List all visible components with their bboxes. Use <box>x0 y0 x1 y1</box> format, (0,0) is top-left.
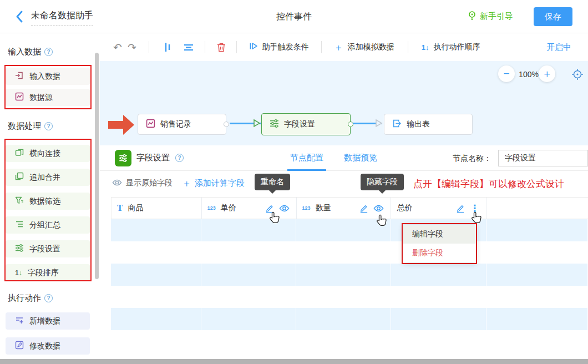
trigger-play-icon <box>249 42 258 53</box>
horizontal-join-icon <box>15 148 24 159</box>
action-order-button[interactable]: 1↓ 执行动作顺序 <box>422 42 480 52</box>
undo-icon[interactable]: ↶ <box>113 42 122 53</box>
modify-data-icon <box>15 341 24 351</box>
edit-field-icon[interactable] <box>455 204 465 213</box>
section-title-data-process: 数据处理 ? <box>8 121 53 132</box>
node-name-input[interactable] <box>498 150 588 166</box>
lightbulb-icon <box>468 11 477 22</box>
delete-icon[interactable] <box>216 42 226 53</box>
plus-icon: ＋ <box>182 177 191 190</box>
node-name-label: 节点名称： <box>453 154 491 164</box>
section-title-input-data: 输入数据 ? <box>8 47 53 57</box>
output-table-icon <box>392 119 402 130</box>
input-port-triangle <box>253 119 261 128</box>
hide-field-icon[interactable] <box>373 204 384 213</box>
menu-item-delete-field[interactable]: 删除字段 <box>403 244 476 262</box>
help-icon[interactable]: ? <box>175 154 184 162</box>
beginner-guide-button[interactable]: 新手引导 <box>468 11 513 22</box>
plus-icon: ＋ <box>334 41 343 54</box>
show-original-fields-toggle[interactable]: 显示原始字段 <box>112 178 173 188</box>
tab-data-preview[interactable]: 数据预览 <box>344 153 377 163</box>
sort-order-icon: 1↓ <box>422 43 429 52</box>
column-header-empty <box>486 198 588 219</box>
flow-canvas[interactable]: − 100% ＋ 销售记录 字段设置 <box>100 61 588 145</box>
sidebar-item-horizontal-join[interactable]: 横向连接 <box>6 145 90 162</box>
column-header-unit-price: 123 单价 <box>202 198 297 219</box>
node-field-settings[interactable]: 字段设置 <box>261 113 351 135</box>
field-table: T 商品 123 单价 123 数量 <box>111 197 588 330</box>
help-icon[interactable]: ? <box>44 294 53 302</box>
sliders-icon <box>270 119 279 130</box>
tab-node-config[interactable]: 节点配置 <box>290 153 323 163</box>
panel-title: 字段设置 <box>136 153 170 163</box>
zoom-in-button[interactable]: ＋ <box>539 65 555 82</box>
section-title-actions: 执行动作 ? <box>8 293 53 304</box>
top-bar: 未命名数据助手 控件事件 新手引导 保存 <box>0 0 588 33</box>
table-row <box>111 241 588 264</box>
column-header-quantity: 123 数量 <box>297 198 392 219</box>
add-mock-data-button[interactable]: ＋ 添加模拟数据 <box>334 41 394 54</box>
chart-icon <box>146 119 155 130</box>
sidebar-item-field-settings[interactable]: 字段设置 <box>6 240 90 257</box>
align-horizontal-icon[interactable] <box>184 42 194 52</box>
table-row <box>111 308 588 330</box>
help-icon[interactable]: ? <box>44 122 53 130</box>
panel-header: 字段设置 ? 节点配置 数据预览 节点名称： <box>100 145 588 171</box>
zoom-out-button[interactable]: − <box>498 65 515 82</box>
canvas-toolbar: ↶ ↷ 助手触发条件 ＋ 添加模拟数据 1↓ 执行动 <box>100 33 588 61</box>
status-badge[interactable]: 开启中 <box>546 42 571 53</box>
datasource-icon <box>15 92 24 103</box>
sidebar-item-datasource[interactable]: 数据源 <box>6 89 90 106</box>
help-icon[interactable]: ? <box>44 48 53 56</box>
output-port[interactable] <box>224 122 229 127</box>
sidebar-item-input-data[interactable]: 输入数据 <box>6 68 90 85</box>
node-sales-record[interactable]: 销售记录 <box>138 114 226 135</box>
trigger-condition-button[interactable]: 助手触发条件 <box>249 42 309 53</box>
sidebar-item-add-data[interactable]: 新增数据 <box>6 312 90 330</box>
save-button[interactable]: 保存 <box>534 7 572 26</box>
sidebar-item-field-sort[interactable]: 1↓ 字段排序 <box>6 264 90 281</box>
text-type-icon: T <box>117 204 123 213</box>
pointer-arrow <box>108 115 134 135</box>
eye-icon <box>112 179 122 188</box>
field-settings-icon <box>15 244 24 254</box>
annotation-text: 点开【编辑字段】可以修改公式设计 <box>413 178 564 190</box>
field-context-menu: 编辑字段 删除字段 <box>403 225 476 262</box>
locate-icon[interactable] <box>571 68 584 83</box>
table-row <box>111 286 588 308</box>
table-header: T 商品 123 单价 123 数量 <box>111 197 588 219</box>
sidebar-item-data-filter[interactable]: 数据筛选 <box>6 193 90 210</box>
sidebar-item-append-merge[interactable]: 追加合并 <box>6 169 90 186</box>
sidebar-item-group-summary[interactable]: 分组汇总 <box>6 216 90 234</box>
append-merge-icon <box>15 172 24 183</box>
guide-label: 新手引导 <box>480 11 513 22</box>
table-row <box>111 219 588 241</box>
add-calc-field-button[interactable]: ＋ 添加计算字段 <box>182 177 245 190</box>
node-output-table[interactable]: 输出表 <box>384 114 473 135</box>
config-panel: 字段设置 ? 节点配置 数据预览 节点名称： 显示原始字段 ＋ 添加计算字段 点… <box>100 145 588 364</box>
zoom-level: 100% <box>516 70 541 79</box>
align-vertical-icon[interactable] <box>163 42 173 52</box>
more-options-icon[interactable]: ⋮ <box>470 204 479 213</box>
data-filter-icon <box>15 196 24 206</box>
add-data-icon <box>15 316 24 326</box>
sidebar: 输入数据 ? 输入数据 数据源 数据处理 ? 横向连接 <box>0 33 100 364</box>
tooltip-rename: 重命名 <box>255 174 290 190</box>
column-header-product: T 商品 <box>111 198 202 219</box>
column-header-total-price: 总价 ⋮ <box>391 198 486 219</box>
tooltip-hide-field: 隐藏字段 <box>361 174 404 190</box>
menu-item-edit-field[interactable]: 编辑字段 <box>403 225 476 244</box>
edit-field-icon[interactable] <box>265 204 274 213</box>
app-window: 未命名数据助手 控件事件 新手引导 保存 输入数据 ? 输入数据 数据源 <box>0 0 588 364</box>
hide-field-icon[interactable] <box>279 204 290 213</box>
redo-icon[interactable]: ↷ <box>128 42 136 53</box>
field-settings-app-icon <box>115 150 131 166</box>
number-type-icon: 123 <box>302 205 311 211</box>
table-row <box>111 264 588 286</box>
group-summary-icon <box>15 220 24 230</box>
sidebar-item-modify-data[interactable]: 修改数据 <box>6 337 90 355</box>
input-port-triangle <box>375 119 383 128</box>
horizontal-scrollbar[interactable] <box>0 359 588 364</box>
sidebar-scrollbar[interactable] <box>95 53 99 279</box>
edit-field-icon[interactable] <box>359 204 368 213</box>
